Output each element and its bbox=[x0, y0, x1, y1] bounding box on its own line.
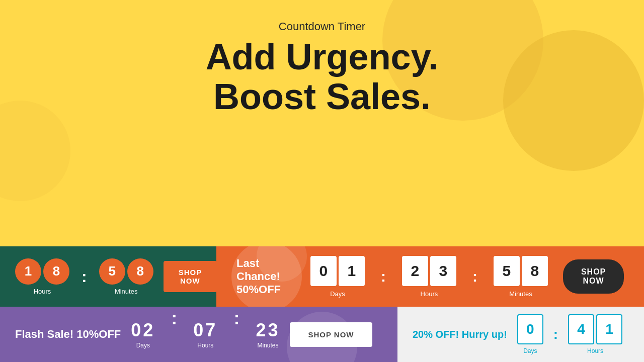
digit-min-2: 8 bbox=[127, 258, 153, 285]
timer-minutes-digits-orange: 5 8 bbox=[494, 256, 548, 286]
sep-light-1: : bbox=[553, 326, 558, 342]
timer-days-digits: 0 1 bbox=[310, 256, 365, 286]
widget-row-1: 1 8 Hours : 5 8 Minutes SHOP NOW Last Ch… bbox=[0, 246, 644, 307]
days-label-light: Days bbox=[523, 347, 537, 354]
light-sale-text: 20% OFF! Hurry up! bbox=[413, 329, 507, 340]
hours-label-purple: Hours bbox=[197, 342, 213, 349]
digit-day-2: 1 bbox=[339, 256, 365, 286]
digit-hours-light-2: 1 bbox=[596, 314, 622, 344]
timer-days-light-digits: 0 bbox=[517, 314, 543, 344]
minutes-label-purple: Minutes bbox=[257, 342, 278, 349]
widgets-container: 1 8 Hours : 5 8 Minutes SHOP NOW Last Ch… bbox=[0, 246, 644, 362]
digit-hours-light-1: 4 bbox=[568, 314, 594, 344]
timer-minutes-digits: 5 8 bbox=[99, 258, 153, 285]
sep-purple-1: : bbox=[165, 308, 183, 337]
minutes-label: Minutes bbox=[115, 288, 138, 295]
purple-sale-text: Flash Sale! 10%OFF bbox=[15, 328, 121, 341]
header: Countdown Timer Add Urgency. Boost Sales… bbox=[0, 0, 644, 117]
digit-mn-1: 5 bbox=[494, 256, 520, 286]
digit-hr-2: 3 bbox=[430, 256, 456, 286]
hours-label: Hours bbox=[34, 288, 51, 295]
widget-row-2: Flash Sale! 10%OFF 02 Days : 07 Hours : … bbox=[0, 307, 644, 362]
digit-hr-1: 2 bbox=[402, 256, 428, 286]
timer-hours-digits: 1 8 bbox=[15, 258, 69, 285]
hours-label-orange: Hours bbox=[421, 290, 438, 298]
digit-mn-2: 8 bbox=[522, 256, 548, 286]
timer-hours-purple: 07 Hours bbox=[193, 320, 217, 349]
minutes-label-orange: Minutes bbox=[509, 290, 532, 298]
title-line-2: Boost Sales. bbox=[0, 77, 644, 117]
separator-1: : bbox=[79, 267, 89, 286]
digit-min-1: 5 bbox=[99, 258, 125, 285]
header-title: Add Urgency. Boost Sales. bbox=[0, 37, 644, 117]
digit-days-light: 0 bbox=[517, 314, 543, 344]
timer-days-light: 0 Days bbox=[517, 314, 543, 354]
timer-days-group: 0 1 Days bbox=[310, 256, 365, 298]
title-line-1: Add Urgency. bbox=[0, 37, 644, 77]
timer-hours-group-orange: 2 3 Hours bbox=[402, 256, 456, 298]
days-label-purple: Days bbox=[136, 342, 150, 349]
sep-days-hours: : bbox=[380, 268, 387, 285]
timer-days-purple: 02 Days bbox=[131, 320, 155, 349]
timer-minutes-purple: 23 Minutes bbox=[256, 320, 280, 349]
shop-now-button-orange[interactable]: SHOP NOW bbox=[563, 259, 624, 294]
digit-hours-purple: 07 bbox=[193, 320, 217, 341]
widget-purple: Flash Sale! 10%OFF 02 Days : 07 Hours : … bbox=[0, 307, 397, 362]
widget-light: 20% OFF! Hurry up! 0 Days : 4 1 Hours bbox=[397, 307, 644, 362]
digit-hours-2: 8 bbox=[43, 258, 69, 285]
sep-purple-2: : bbox=[227, 308, 246, 337]
widget-orange: Last Chance! 50%OFF 0 1 Days : 2 3 Hours… bbox=[216, 246, 644, 307]
digit-hours-1: 1 bbox=[15, 258, 41, 285]
timer-hours-light: 4 1 Hours bbox=[568, 314, 622, 354]
timer-minutes-group-orange: 5 8 Minutes bbox=[494, 256, 548, 298]
shop-now-button-green[interactable]: SHOP NOW bbox=[164, 261, 216, 292]
timer-hours-group: 1 8 Hours bbox=[15, 258, 69, 295]
timer-minutes-group: 5 8 Minutes bbox=[99, 258, 153, 295]
sep-hours-minutes: : bbox=[471, 268, 478, 285]
header-subtitle: Countdown Timer bbox=[0, 20, 644, 33]
days-label: Days bbox=[330, 290, 345, 298]
deco-circle-purple bbox=[287, 312, 357, 362]
digit-days-purple: 02 bbox=[131, 320, 155, 341]
digit-day-1: 0 bbox=[310, 256, 337, 286]
widget-green: 1 8 Hours : 5 8 Minutes SHOP NOW bbox=[0, 246, 216, 307]
timer-hours-digits-orange: 2 3 bbox=[402, 256, 456, 286]
hours-label-light: Hours bbox=[587, 347, 603, 354]
timer-hours-light-digits: 4 1 bbox=[568, 314, 622, 344]
digit-minutes-purple: 23 bbox=[256, 320, 280, 341]
